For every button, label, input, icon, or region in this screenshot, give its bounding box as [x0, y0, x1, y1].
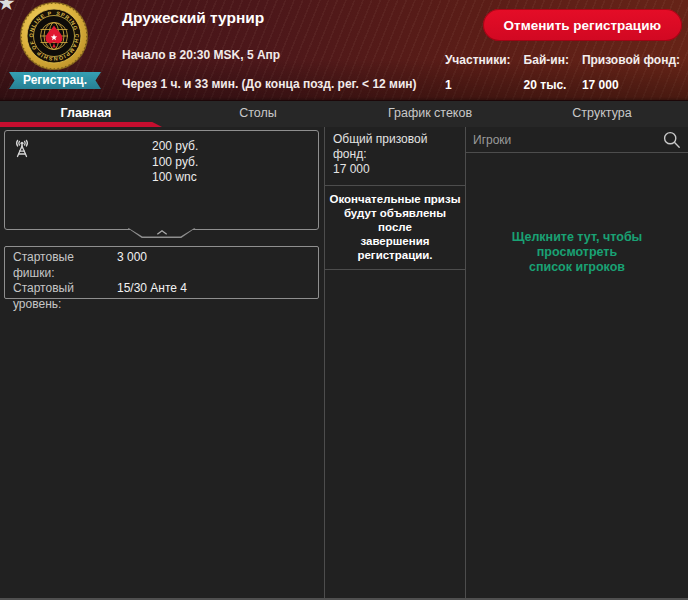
- total-prize-label: Общий призовой фонд:: [333, 132, 457, 162]
- header-stats: Участники: 1 Бай-ин: 20 тыс. Призовой фо…: [445, 53, 680, 92]
- cancel-registration-button[interactable]: Отменить регистрацию: [483, 9, 682, 41]
- show-players-link[interactable]: Щелкните тут, чтобы просмотреть список и…: [473, 230, 681, 275]
- stat-label: Участники:: [445, 53, 511, 67]
- buyin-line: 100 руб.: [152, 155, 198, 171]
- prize-column: Общий призовой фонд: 17 000 Окончательны…: [324, 127, 466, 598]
- tab-tables[interactable]: Столы: [172, 101, 344, 127]
- stat-label: Бай-ин:: [524, 53, 569, 67]
- players-search-row: [466, 127, 688, 153]
- stat-label: Призовой фонд:: [582, 53, 680, 67]
- stat-value: 17 000: [582, 78, 680, 92]
- search-icon[interactable]: [662, 130, 681, 149]
- buyin-line: 200 руб.: [152, 139, 198, 155]
- start-chips-value: 3 000: [117, 250, 310, 281]
- buyin-info-box: 200 руб. 100 руб. 100 wnc: [4, 130, 319, 230]
- start-chips-label: Стартовые фишки:: [13, 250, 111, 281]
- start-level-label: Стартовый уровень:: [13, 281, 111, 312]
- scoop-medal-icon: SPRING CHAMPIONSHIP OF ONLINE POKER: [19, 1, 89, 71]
- status-badge: Регистрац.: [9, 72, 101, 89]
- tournament-header: ★ SPRING CHAMPIONSHIP OF ONLINE POKER: [0, 0, 688, 100]
- players-column: Щелкните тут, чтобы просмотреть список и…: [466, 127, 688, 598]
- buyin-breakdown: 200 руб. 100 руб. 100 wnc: [152, 139, 198, 186]
- players-search-input[interactable]: [473, 133, 662, 147]
- collapse-panel-handle[interactable]: [128, 228, 196, 238]
- stat-entrants: Участники: 1: [445, 53, 511, 92]
- total-prize-pool: Общий призовой фонд: 17 000: [325, 127, 465, 186]
- tournament-lobby-window: ★ SPRING CHAMPIONSHIP OF ONLINE POKER: [0, 0, 688, 600]
- time-left-text: Через 1 ч. и 33 мин. (До конца позд. рег…: [122, 77, 417, 91]
- chevron-up-icon: [156, 230, 167, 235]
- stat-buyin: Бай-ин: 20 тыс.: [524, 53, 569, 92]
- broadcast-antenna-icon: [10, 137, 34, 161]
- tab-stack-chart[interactable]: График стеков: [344, 101, 516, 127]
- start-time-text: Начало в 20:30 MSK, 5 Апр: [122, 48, 280, 62]
- total-prize-value: 17 000: [333, 162, 457, 177]
- lobby-content: 200 руб. 100 руб. 100 wnc Стартовые фишк…: [0, 127, 688, 600]
- tab-structure[interactable]: Структура: [516, 101, 688, 127]
- lobby-tabbar: Главная Столы График стеков Структура: [0, 100, 688, 127]
- stat-prize-pool: Призовой фонд: 17 000: [582, 53, 680, 92]
- buyin-line: 100 wnc: [152, 170, 198, 186]
- start-level-value: 15/30 Анте 4: [117, 281, 310, 312]
- info-column: 200 руб. 100 руб. 100 wnc Стартовые фишк…: [0, 127, 324, 598]
- stat-value: 1: [445, 78, 511, 92]
- prize-notice: Окончательные призы будут объявлены посл…: [325, 186, 465, 270]
- tournament-title: Дружеский турнир: [122, 9, 264, 27]
- starting-info-box: Стартовые фишки: 3 000 Стартовый уровень…: [4, 246, 319, 299]
- star-icon[interactable]: ★: [0, 0, 16, 13]
- stat-value: 20 тыс.: [524, 78, 569, 92]
